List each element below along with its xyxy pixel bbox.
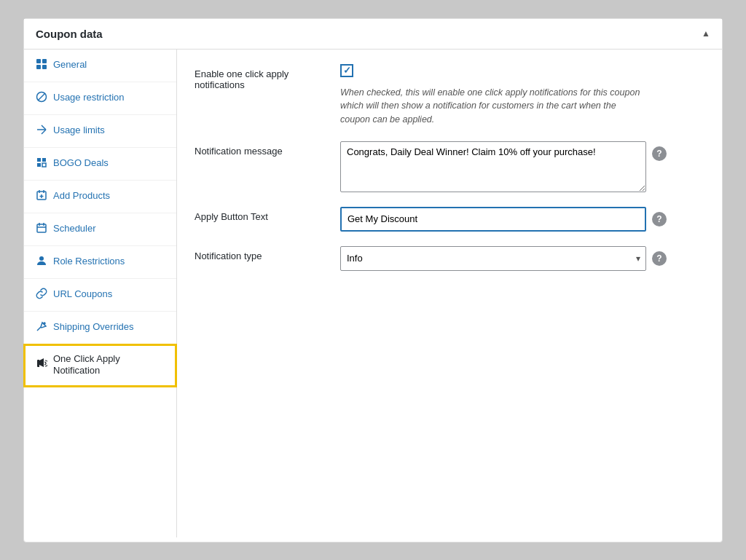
panel-body: General Usage restriction Usage limits: [24, 50, 722, 537]
panel-toggle-icon[interactable]: ▲: [702, 28, 710, 39]
main-content: Enable one click apply notifications Whe…: [177, 50, 722, 537]
sidebar-item-one-click-apply[interactable]: One Click Apply Notification: [24, 344, 176, 387]
svg-rect-2: [36, 65, 41, 69]
svg-rect-1: [42, 59, 47, 63]
svg-line-7: [42, 125, 46, 130]
add-products-icon: [36, 189, 47, 204]
svg-rect-14: [37, 224, 46, 232]
sidebar: General Usage restriction Usage limits: [24, 50, 177, 537]
role-restrictions-icon: [36, 255, 47, 269]
sidebar-item-shipping-overrides[interactable]: Shipping Overrides: [24, 312, 176, 344]
notification-type-select-wrap: Info Success Warning Error ▾: [340, 246, 646, 271]
scheduler-icon: [36, 222, 47, 237]
sidebar-item-usage-restriction[interactable]: Usage restriction: [24, 82, 176, 115]
svg-line-5: [38, 93, 45, 100]
svg-rect-3: [42, 65, 47, 69]
coupon-panel: Coupon data ▲ General Usage restriction: [23, 18, 723, 543]
usage-restriction-icon: [36, 91, 47, 106]
url-coupons-icon: [36, 288, 47, 302]
sidebar-label-usage-restriction: Usage restriction: [53, 92, 125, 104]
apply-button-text-row: Apply Button Text ?: [195, 207, 704, 232]
notification-type-row: Notification type Info Success Warning E…: [195, 246, 704, 271]
sidebar-label-one-click-apply: One Click Apply Notification: [53, 353, 165, 378]
notification-type-label: Notification type: [195, 246, 340, 261]
checkbox-wrap: [340, 64, 646, 77]
notification-message-row: Notification message ?: [195, 141, 704, 192]
general-icon: [36, 58, 47, 73]
apply-button-text-control: ?: [340, 207, 704, 232]
sidebar-item-usage-limits[interactable]: Usage limits: [24, 115, 176, 148]
notification-type-select[interactable]: Info Success Warning Error: [340, 246, 646, 271]
sidebar-label-role-restrictions: Role Restrictions: [53, 256, 125, 268]
checkbox-area: When checked, this will enable one click…: [340, 64, 646, 127]
sidebar-label-shipping-overrides: Shipping Overrides: [53, 321, 134, 334]
sidebar-item-url-coupons[interactable]: URL Coupons: [24, 279, 176, 312]
notification-type-help-icon[interactable]: ?: [652, 251, 667, 266]
sidebar-label-usage-limits: Usage limits: [53, 125, 105, 137]
sidebar-label-add-products: Add Products: [53, 190, 110, 202]
svg-point-18: [39, 256, 44, 261]
enable-help-text: When checked, this will enable one click…: [340, 86, 646, 127]
one-click-apply-icon: [36, 358, 47, 372]
sidebar-label-bogo-deals: BOGO Deals: [53, 157, 109, 170]
apply-button-text-label: Apply Button Text: [195, 207, 340, 222]
apply-button-text-help-icon[interactable]: ?: [652, 212, 667, 226]
apply-button-text-input[interactable]: [340, 207, 646, 232]
sidebar-item-add-products[interactable]: Add Products: [24, 181, 176, 213]
enable-field-row: Enable one click apply notifications Whe…: [195, 64, 704, 127]
shipping-overrides-icon: [36, 320, 47, 335]
notification-type-control: Info Success Warning Error ▾ ?: [340, 246, 704, 271]
bogo-deals-icon: [36, 157, 47, 171]
panel-header: Coupon data ▲: [24, 19, 722, 50]
sidebar-item-bogo-deals[interactable]: BOGO Deals: [24, 148, 176, 181]
notification-message-input[interactable]: [340, 141, 646, 192]
svg-line-8: [42, 130, 46, 134]
sidebar-item-role-restrictions[interactable]: Role Restrictions: [24, 246, 176, 279]
sidebar-label-scheduler: Scheduler: [53, 223, 96, 235]
sidebar-label-general: General: [53, 59, 87, 71]
enable-label: Enable one click apply notifications: [195, 64, 340, 90]
enable-checkbox[interactable]: [340, 64, 353, 77]
panel-title: Coupon data: [36, 28, 103, 40]
usage-limits-icon: [36, 124, 47, 138]
svg-rect-0: [36, 59, 41, 63]
enable-control: When checked, this will enable one click…: [340, 64, 704, 127]
notification-message-help-icon[interactable]: ?: [652, 146, 667, 161]
notification-message-control: ?: [340, 141, 704, 192]
sidebar-label-url-coupons: URL Coupons: [53, 288, 112, 301]
sidebar-item-general[interactable]: General: [24, 50, 176, 82]
notification-message-label: Notification message: [195, 141, 340, 157]
svg-point-19: [44, 323, 45, 324]
sidebar-item-scheduler[interactable]: Scheduler: [24, 213, 176, 246]
